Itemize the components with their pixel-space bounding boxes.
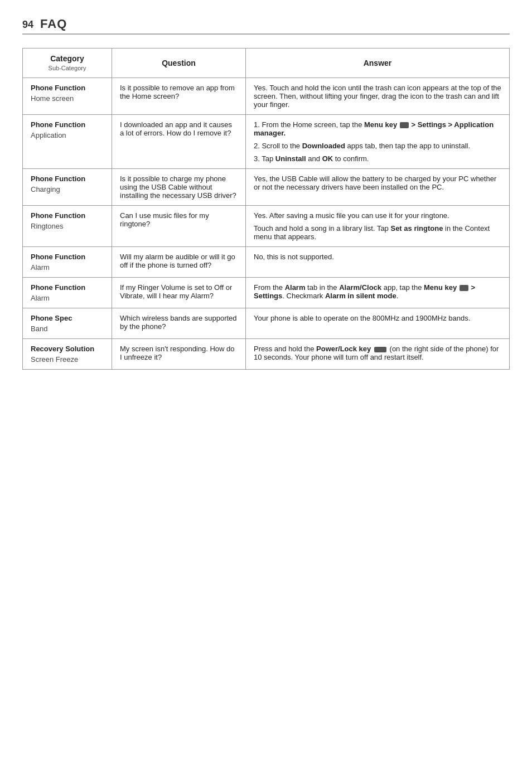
category-cell: Phone Spec Band (23, 308, 112, 339)
category-cell: Phone Function Alarm (23, 247, 112, 278)
question-cell: I downloaded an app and it causes a lot … (112, 115, 246, 169)
table-row: Phone Function Ringtones Can I use music… (23, 206, 510, 247)
col-header-answer: Answer (246, 49, 510, 78)
menu-icon (400, 122, 409, 128)
category-cell: Phone Function Ringtones (23, 206, 112, 247)
page-title: FAQ (40, 17, 67, 31)
power-lock-icon (374, 347, 386, 352)
menu-icon (460, 285, 468, 291)
category-cell: Phone Function Home screen (23, 78, 112, 115)
question-cell: Which wireless bands are supported by th… (112, 308, 246, 339)
question-cell: My screen isn't responding. How do I unf… (112, 339, 246, 370)
category-cell: Phone Function Alarm (23, 278, 112, 308)
answer-cell: Yes. After saving a music file you can u… (246, 206, 510, 247)
table-row: Phone Function Alarm If my Ringer Volume… (23, 278, 510, 308)
answer-cell: Yes, the USB Cable will allow the batter… (246, 169, 510, 206)
table-row: Phone Function Application I downloaded … (23, 115, 510, 169)
col-header-category: Category Sub-Category (23, 49, 112, 78)
table-row: Recovery Solution Screen Freeze My scree… (23, 339, 510, 370)
table-row: Phone Spec Band Which wireless bands are… (23, 308, 510, 339)
faq-table: Category Sub-Category Question Answer Ph… (22, 48, 510, 370)
category-cell: Phone Function Charging (23, 169, 112, 206)
question-cell: Is it possible to remove an app from the… (112, 78, 246, 115)
answer-cell: Press and hold the Power/Lock key (on th… (246, 339, 510, 370)
question-cell: Is it possible to charge my phone using … (112, 169, 246, 206)
answer-cell: Your phone is able to operate on the 800… (246, 308, 510, 339)
col-header-question: Question (112, 49, 246, 78)
category-cell: Phone Function Application (23, 115, 112, 169)
question-cell: If my Ringer Volume is set to Off or Vib… (112, 278, 246, 308)
question-cell: Can I use music files for my ringtone? (112, 206, 246, 247)
answer-cell: 1. From the Home screen, tap the Menu ke… (246, 115, 510, 169)
category-cell: Recovery Solution Screen Freeze (23, 339, 112, 370)
answer-cell: No, this is not supported. (246, 247, 510, 278)
table-row: Phone Function Alarm Will my alarm be au… (23, 247, 510, 278)
page-number: 94 (22, 19, 33, 31)
answer-cell: From the Alarm tab in the Alarm/Clock ap… (246, 278, 510, 308)
question-cell: Will my alarm be audible or will it go o… (112, 247, 246, 278)
page-header: 94 FAQ (22, 17, 510, 35)
table-row: Phone Function Home screen Is it possibl… (23, 78, 510, 115)
answer-cell: Yes. Touch and hold the icon until the t… (246, 78, 510, 115)
table-row: Phone Function Charging Is it possible t… (23, 169, 510, 206)
